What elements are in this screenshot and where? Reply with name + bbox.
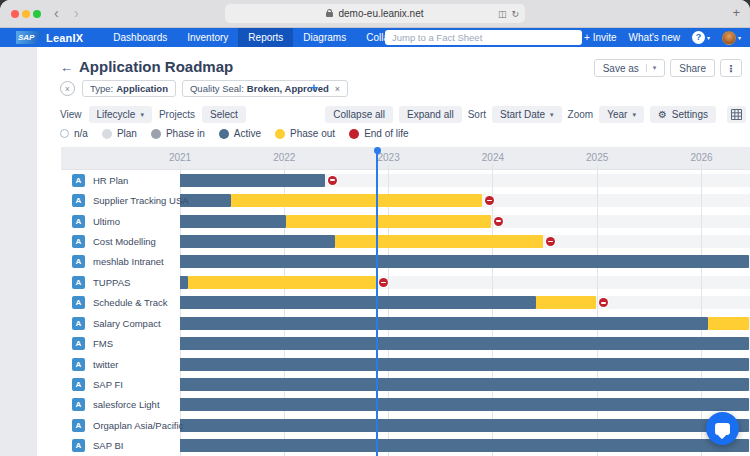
search-input[interactable] bbox=[385, 30, 582, 45]
gridline-2022 bbox=[284, 164, 285, 456]
chevron-down-icon: ▾ bbox=[707, 34, 710, 41]
filter-chip[interactable]: Type:Application bbox=[82, 80, 176, 97]
legend-label: Active bbox=[234, 128, 261, 139]
tab-overview-icon[interactable]: ◫ bbox=[498, 9, 507, 19]
legend-item-phase-in: Phase in bbox=[151, 128, 205, 139]
traffic-light-close-button[interactable] bbox=[11, 10, 19, 18]
application-badge: A bbox=[72, 235, 85, 248]
fact-sheet-row[interactable]: AUltimo bbox=[61, 211, 180, 231]
gantt-bar-phase-out[interactable] bbox=[188, 276, 376, 289]
fact-sheet-name: meshlab Intranet bbox=[93, 256, 164, 267]
fact-sheet-name: Cost Modelling bbox=[93, 236, 156, 247]
chevron-down-icon: ▾ bbox=[738, 34, 741, 41]
application-badge: A bbox=[72, 419, 85, 432]
user-menu-button[interactable]: ▾ bbox=[722, 31, 741, 45]
projects-select-button[interactable]: Select bbox=[202, 106, 246, 123]
expand-all-button[interactable]: Expand all bbox=[399, 106, 462, 123]
fact-sheet-name: Salary Compact bbox=[93, 318, 161, 329]
gantt-bar-phase-out[interactable] bbox=[231, 194, 482, 207]
nav-item-inventory[interactable]: Inventory bbox=[177, 28, 238, 47]
roadmap-gantt-chart: 202120222023202420252026AHR PlanASupplie… bbox=[61, 147, 750, 456]
fact-sheet-row[interactable]: Ameshlab Intranet bbox=[61, 252, 180, 272]
fact-sheet-name: Orgaplan Asia/Pacific bbox=[93, 420, 183, 431]
legend-item-phase-out: Phase out bbox=[275, 128, 335, 139]
reset-filters-button[interactable]: × bbox=[60, 81, 75, 96]
legend-label: Phase in bbox=[166, 128, 205, 139]
save-as-caret-icon[interactable]: ▾ bbox=[646, 64, 657, 72]
application-badge: A bbox=[72, 398, 85, 411]
view-dropdown[interactable]: Lifecycle ▾ bbox=[89, 106, 152, 123]
nav-item-reports[interactable]: Reports bbox=[238, 28, 293, 47]
address-bar[interactable]: demo-eu.leanix.net ◫ ↻ bbox=[225, 4, 525, 23]
gantt-bar-active[interactable] bbox=[179, 337, 750, 350]
fact-sheet-row[interactable]: ASAP BI bbox=[61, 436, 180, 456]
nav-item-diagrams[interactable]: Diagrams bbox=[293, 28, 356, 47]
gantt-bar-phase-out[interactable] bbox=[536, 296, 596, 309]
chevron-down-icon: ▾ bbox=[140, 111, 144, 119]
legend-dot bbox=[275, 129, 285, 139]
gantt-bar-active[interactable] bbox=[179, 419, 750, 432]
fact-sheet-row[interactable]: ACost Modelling bbox=[61, 231, 180, 251]
collapse-all-button[interactable]: Collapse all bbox=[325, 106, 393, 123]
browser-forward-icon[interactable]: › bbox=[74, 4, 79, 22]
gantt-bar-phase-out[interactable] bbox=[286, 215, 490, 228]
fact-sheet-row[interactable]: ATUPPAS bbox=[61, 272, 180, 292]
fact-sheet-row[interactable]: ASupplier Tracking USA bbox=[61, 190, 180, 210]
sap-leanix-logo[interactable]: SAP LeanIX bbox=[16, 31, 83, 44]
filter-chip[interactable]: Quality Seal:Broken, Approved× bbox=[182, 80, 348, 97]
zoom-dropdown[interactable]: Year ▾ bbox=[599, 106, 644, 123]
browser-chrome: ‹ › demo-eu.leanix.net ◫ ↻ + bbox=[0, 0, 750, 28]
sort-dropdown[interactable]: Start Date ▾ bbox=[492, 106, 562, 123]
fact-sheet-row[interactable]: Atwitter bbox=[61, 354, 180, 374]
main-content: ← Application Roadmap Save as ▾ Share ⋮ … bbox=[0, 47, 750, 456]
fact-sheet-row[interactable]: ASAP FI bbox=[61, 374, 180, 394]
traffic-light-zoom-button[interactable] bbox=[33, 10, 41, 18]
report-actions: Save as ▾ Share ⋮ bbox=[594, 59, 742, 77]
gantt-bar-active[interactable] bbox=[179, 378, 750, 391]
today-line bbox=[376, 150, 378, 456]
chat-button[interactable] bbox=[706, 412, 739, 445]
gantt-bar-active[interactable] bbox=[179, 235, 335, 248]
whats-new-button[interactable]: What's new bbox=[629, 32, 680, 43]
fact-sheet-row[interactable]: ASchedule & Track bbox=[61, 293, 180, 313]
share-button[interactable]: Share bbox=[670, 59, 715, 77]
traffic-light-minimize-button[interactable] bbox=[22, 10, 30, 18]
table-view-button[interactable] bbox=[727, 106, 746, 123]
gantt-bar-active[interactable] bbox=[179, 255, 750, 268]
gantt-bar-phase-out[interactable] bbox=[708, 317, 750, 330]
year-label-2025: 2025 bbox=[577, 152, 617, 163]
gantt-bar-active[interactable] bbox=[179, 276, 188, 289]
help-menu-button[interactable]: ? ▾ bbox=[692, 31, 710, 44]
invite-button[interactable]: + Invite bbox=[584, 32, 617, 43]
nav-item-dashboards[interactable]: Dashboards bbox=[103, 28, 177, 47]
gantt-bar-active[interactable] bbox=[179, 174, 325, 187]
save-as-button[interactable]: Save as ▾ bbox=[594, 59, 666, 77]
sort-label: Sort bbox=[468, 109, 486, 120]
fact-sheet-name: HR Plan bbox=[93, 175, 128, 186]
settings-button[interactable]: ⚙ Settings bbox=[650, 106, 716, 123]
gantt-bar-active[interactable] bbox=[179, 439, 750, 452]
gantt-bar-active[interactable] bbox=[179, 296, 536, 309]
gantt-bar-phase-out[interactable] bbox=[335, 235, 543, 248]
browser-back-icon[interactable]: ‹ bbox=[54, 4, 59, 22]
filter-chip-prefix: Type: bbox=[90, 83, 113, 94]
back-button[interactable]: ← bbox=[60, 60, 73, 75]
remove-filter-icon[interactable]: × bbox=[335, 84, 340, 94]
add-filter-button[interactable]: + bbox=[310, 80, 318, 95]
reload-icon[interactable]: ↻ bbox=[511, 9, 519, 19]
fact-sheet-row[interactable]: Asalesforce Light bbox=[61, 395, 180, 415]
fact-sheet-row[interactable]: ASalary Compact bbox=[61, 313, 180, 333]
new-tab-icon[interactable]: + bbox=[732, 5, 740, 20]
chevron-down-icon: ▾ bbox=[550, 111, 554, 119]
fact-sheet-row[interactable]: AHR Plan bbox=[61, 170, 180, 190]
gantt-bar-active[interactable] bbox=[179, 317, 708, 330]
fact-sheet-row[interactable]: AOrgaplan Asia/Pacific bbox=[61, 415, 180, 435]
gantt-bar-active[interactable] bbox=[179, 215, 286, 228]
fact-sheet-row[interactable]: AFMS bbox=[61, 333, 180, 353]
gantt-bar-active[interactable] bbox=[179, 398, 750, 411]
gantt-bar-active[interactable] bbox=[179, 358, 750, 371]
more-options-button[interactable]: ⋮ bbox=[720, 59, 742, 77]
help-icon: ? bbox=[692, 31, 705, 44]
end-of-life-icon bbox=[328, 176, 337, 185]
legend-label: Phase out bbox=[290, 128, 335, 139]
